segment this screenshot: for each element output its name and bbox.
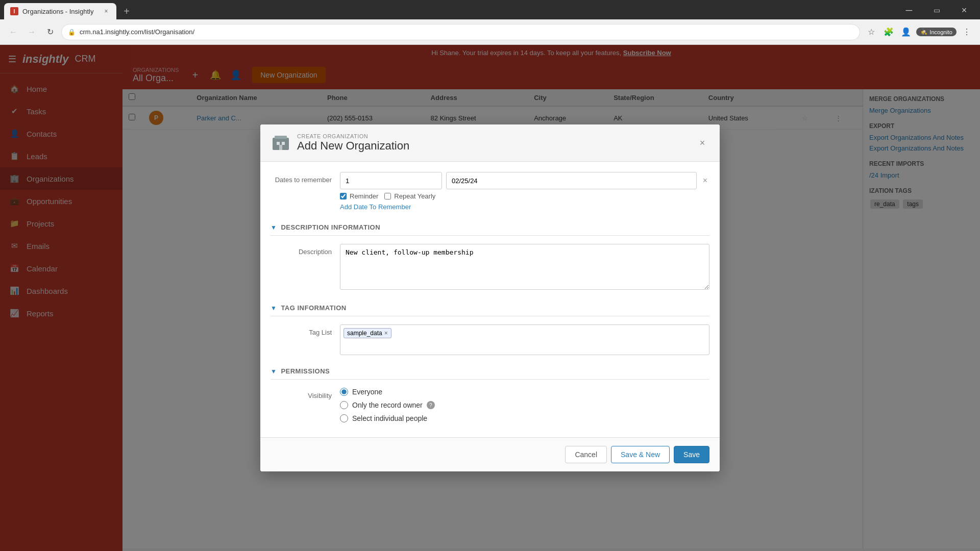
date-value-input[interactable]	[446, 172, 697, 189]
window-maximize-button[interactable]: ▭	[925, 3, 948, 17]
tag-input-container[interactable]: sample_data ×	[340, 324, 709, 355]
dates-control: × Reminder Repeat Yearly	[340, 172, 709, 211]
svg-rect-3	[282, 142, 285, 145]
dates-section: Dates to remember × Reminder	[271, 172, 709, 211]
dates-inputs-row: ×	[340, 172, 709, 189]
back-button[interactable]: ←	[6, 25, 20, 39]
modal-header: CREATE ORGANIZATION Add New Organization…	[260, 124, 720, 162]
description-section: ▼ DESCRIPTION INFORMATION Description	[271, 223, 709, 292]
tag-chevron-icon: ▼	[271, 305, 277, 312]
address-bar[interactable]: 🔒 crm.na1.insightly.com/list/Organisatio…	[61, 24, 860, 40]
owner-help-icon[interactable]: ?	[427, 401, 435, 409]
permissions-section: ▼ PERMISSIONS Visibility Everyone	[271, 367, 709, 422]
description-row: Description	[271, 244, 709, 292]
browser-nav-bar: ← → ↻ 🔒 crm.na1.insightly.com/list/Organ…	[0, 19, 980, 45]
permissions-section-header[interactable]: ▼ PERMISSIONS	[271, 367, 709, 380]
forward-button[interactable]: →	[24, 25, 39, 39]
visibility-everyone-label[interactable]: Everyone	[340, 388, 709, 396]
save-button[interactable]: Save	[674, 446, 709, 463]
add-organization-modal: CREATE ORGANIZATION Add New Organization…	[260, 124, 720, 471]
visibility-everyone-text: Everyone	[352, 388, 382, 396]
svg-rect-1	[275, 136, 287, 139]
visibility-control: Everyone Only the record owner ? Select …	[340, 388, 709, 422]
description-section-header[interactable]: ▼ DESCRIPTION INFORMATION	[271, 223, 709, 236]
visibility-row: Visibility Everyone Only the record owne…	[271, 388, 709, 422]
description-chevron-icon: ▼	[271, 224, 277, 231]
visibility-owner-label[interactable]: Only the record owner ?	[340, 401, 709, 409]
window-minimize-button[interactable]: ─	[897, 3, 921, 17]
url-text: crm.na1.insightly.com/list/Organisation/	[80, 28, 194, 36]
modal-body: Dates to remember × Reminder	[260, 162, 720, 437]
tag-control: sample_data ×	[340, 324, 709, 355]
incognito-label: Incognito	[929, 29, 952, 35]
modal-title: Add New Organization	[297, 139, 689, 153]
bookmark-button[interactable]: ☆	[864, 25, 878, 39]
permissions-section-title: PERMISSIONS	[281, 367, 330, 375]
description-control	[340, 244, 709, 292]
visibility-select-label[interactable]: Select individual people	[340, 414, 709, 422]
tab-close-button[interactable]: ×	[102, 7, 110, 15]
tag-section-title: TAG INFORMATION	[281, 304, 346, 312]
svg-rect-2	[277, 142, 280, 145]
refresh-button[interactable]: ↻	[43, 25, 57, 39]
tag-item-remove[interactable]: ×	[384, 330, 388, 337]
visibility-radio-group: Everyone Only the record owner ? Select …	[340, 388, 709, 422]
description-textarea[interactable]	[340, 244, 709, 290]
tag-row: Tag List sample_data ×	[271, 324, 709, 355]
reminder-checkbox[interactable]	[340, 193, 347, 199]
tag-item-label: sample_data	[347, 330, 382, 337]
browser-chrome: I Organizations - Insightly × + ─ ▭ × ← …	[0, 0, 980, 45]
visibility-everyone-radio[interactable]	[340, 388, 348, 396]
description-label: Description	[271, 244, 332, 256]
visibility-select-radio[interactable]	[340, 414, 348, 422]
modal-org-icon	[271, 133, 291, 153]
date-remove-button[interactable]: ×	[701, 174, 709, 187]
active-tab: I Organizations - Insightly ×	[4, 3, 116, 19]
visibility-select-text: Select individual people	[352, 414, 427, 422]
add-date-link[interactable]: Add Date To Remember	[340, 203, 411, 211]
profile-button[interactable]: 👤	[899, 25, 913, 39]
tab-favicon: I	[10, 7, 18, 15]
visibility-owner-text: Only the record owner	[352, 401, 423, 409]
save-and-new-button[interactable]: Save & New	[611, 446, 670, 463]
permissions-chevron-icon: ▼	[271, 368, 277, 375]
dates-label: Dates to remember	[271, 172, 332, 184]
incognito-icon: 🕵	[920, 29, 927, 35]
new-tab-button[interactable]: +	[118, 3, 135, 19]
browser-tabs-bar: I Organizations - Insightly × + ─ ▭ ×	[0, 0, 980, 19]
reminder-checkbox-label[interactable]: Reminder	[340, 192, 378, 200]
browser-actions: ☆ 🧩 👤 🕵 Incognito ⋮	[864, 25, 974, 39]
tag-section: ▼ TAG INFORMATION Tag List sample_data ×	[271, 304, 709, 355]
modal-overlay: CREATE ORGANIZATION Add New Organization…	[0, 45, 980, 551]
modal-footer: Cancel Save & New Save	[260, 437, 720, 471]
modal-header-text: CREATE ORGANIZATION Add New Organization	[297, 133, 689, 153]
svg-rect-4	[279, 145, 282, 150]
window-close-button[interactable]: ×	[952, 3, 976, 17]
modal-subtitle: CREATE ORGANIZATION	[297, 133, 689, 139]
modal-close-button[interactable]: ×	[695, 136, 709, 150]
description-section-title: DESCRIPTION INFORMATION	[281, 223, 380, 231]
dates-row: Dates to remember × Reminder	[271, 172, 709, 211]
repeat-yearly-checkbox[interactable]	[384, 193, 391, 199]
cancel-button[interactable]: Cancel	[565, 446, 607, 463]
tag-section-header[interactable]: ▼ TAG INFORMATION	[271, 304, 709, 316]
tag-label: Tag List	[271, 324, 332, 336]
incognito-badge[interactable]: 🕵 Incognito	[916, 28, 957, 36]
extension-button[interactable]: 🧩	[881, 25, 896, 39]
reminder-row: Reminder Repeat Yearly	[340, 192, 709, 200]
repeat-yearly-checkbox-label[interactable]: Repeat Yearly	[384, 192, 435, 200]
menu-button[interactable]: ⋮	[960, 25, 974, 39]
repeat-yearly-label: Repeat Yearly	[394, 192, 435, 200]
date-type-input[interactable]	[340, 172, 442, 189]
tag-item: sample_data ×	[344, 328, 391, 338]
tab-title: Organizations - Insightly	[22, 8, 98, 15]
visibility-owner-radio[interactable]	[340, 401, 348, 409]
reminder-label: Reminder	[350, 192, 378, 200]
lock-icon: 🔒	[68, 29, 76, 36]
visibility-label: Visibility	[271, 388, 332, 399]
